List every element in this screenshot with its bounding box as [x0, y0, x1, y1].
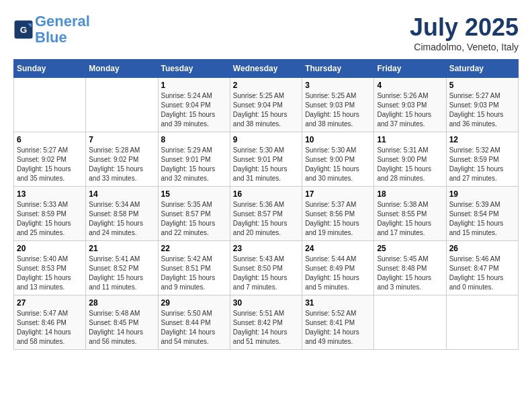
- calendar-cell: 23Sunrise: 5:43 AM Sunset: 8:50 PM Dayli…: [230, 241, 302, 295]
- day-number: 12: [449, 135, 515, 144]
- weekday-header-thursday: Thursday: [302, 60, 374, 78]
- day-info: Sunrise: 5:50 AM Sunset: 8:44 PM Dayligh…: [161, 309, 227, 347]
- day-info: Sunrise: 5:27 AM Sunset: 9:02 PM Dayligh…: [17, 146, 83, 183]
- calendar-cell: 21Sunrise: 5:41 AM Sunset: 8:52 PM Dayli…: [86, 241, 158, 295]
- calendar-cell: 5Sunrise: 5:27 AM Sunset: 9:03 PM Daylig…: [446, 78, 518, 132]
- day-info: Sunrise: 5:37 AM Sunset: 8:56 PM Dayligh…: [305, 200, 371, 238]
- day-info: Sunrise: 5:25 AM Sunset: 9:04 PM Dayligh…: [233, 91, 299, 129]
- day-info: Sunrise: 5:30 AM Sunset: 9:01 PM Dayligh…: [233, 146, 299, 183]
- day-info: Sunrise: 5:33 AM Sunset: 8:59 PM Dayligh…: [17, 200, 83, 238]
- day-info: Sunrise: 5:31 AM Sunset: 9:00 PM Dayligh…: [377, 146, 443, 183]
- calendar-cell: 28Sunrise: 5:48 AM Sunset: 8:45 PM Dayli…: [86, 295, 158, 350]
- day-number: 7: [89, 135, 154, 144]
- calendar-cell: [446, 295, 518, 350]
- svg-text:G: G: [20, 25, 28, 35]
- day-number: 21: [89, 244, 154, 253]
- weekday-header-friday: Friday: [374, 60, 446, 78]
- logo: G General Blue: [13, 13, 90, 46]
- header: G General Blue July 2025 Cimadolmo, Vene…: [13, 13, 519, 52]
- calendar-cell: 3Sunrise: 5:25 AM Sunset: 9:03 PM Daylig…: [302, 78, 374, 132]
- day-info: Sunrise: 5:27 AM Sunset: 9:03 PM Dayligh…: [449, 91, 515, 129]
- weekday-header-row: SundayMondayTuesdayWednesdayThursdayFrid…: [14, 60, 519, 78]
- calendar-table: SundayMondayTuesdayWednesdayThursdayFrid…: [13, 59, 519, 350]
- title-area: July 2025 Cimadolmo, Veneto, Italy: [410, 13, 519, 52]
- calendar-cell: 12Sunrise: 5:32 AM Sunset: 8:59 PM Dayli…: [446, 132, 518, 187]
- calendar-cell: [86, 78, 158, 132]
- day-number: 6: [17, 135, 83, 144]
- logo-line2: Blue: [35, 29, 67, 46]
- logo-text: General Blue: [35, 13, 90, 46]
- day-info: Sunrise: 5:39 AM Sunset: 8:54 PM Dayligh…: [449, 200, 515, 238]
- calendar-cell: 29Sunrise: 5:50 AM Sunset: 8:44 PM Dayli…: [158, 295, 230, 350]
- calendar-cell: 31Sunrise: 5:52 AM Sunset: 8:41 PM Dayli…: [302, 295, 374, 350]
- day-number: 3: [305, 81, 371, 90]
- subtitle: Cimadolmo, Veneto, Italy: [410, 42, 519, 52]
- calendar-cell: 20Sunrise: 5:40 AM Sunset: 8:53 PM Dayli…: [14, 241, 86, 295]
- calendar-cell: 9Sunrise: 5:30 AM Sunset: 9:01 PM Daylig…: [230, 132, 302, 187]
- day-info: Sunrise: 5:43 AM Sunset: 8:50 PM Dayligh…: [233, 255, 299, 292]
- calendar-cell: 16Sunrise: 5:36 AM Sunset: 8:57 PM Dayli…: [230, 187, 302, 241]
- weekday-header-saturday: Saturday: [446, 60, 518, 78]
- day-number: 27: [17, 298, 83, 308]
- day-number: 25: [377, 244, 443, 253]
- calendar-cell: 11Sunrise: 5:31 AM Sunset: 9:00 PM Dayli…: [374, 132, 446, 187]
- day-info: Sunrise: 5:48 AM Sunset: 8:45 PM Dayligh…: [89, 309, 154, 347]
- weekday-header-sunday: Sunday: [14, 60, 86, 78]
- day-number: 28: [89, 298, 154, 308]
- day-number: 15: [161, 189, 227, 199]
- day-number: 14: [89, 189, 154, 199]
- day-info: Sunrise: 5:35 AM Sunset: 8:57 PM Dayligh…: [161, 200, 227, 238]
- calendar-cell: [14, 78, 86, 132]
- day-number: 16: [233, 189, 299, 199]
- calendar-cell: 14Sunrise: 5:34 AM Sunset: 8:58 PM Dayli…: [86, 187, 158, 241]
- day-number: 13: [17, 189, 83, 199]
- calendar-cell: [374, 295, 446, 350]
- day-number: 26: [449, 244, 515, 253]
- calendar-cell: 4Sunrise: 5:26 AM Sunset: 9:03 PM Daylig…: [374, 78, 446, 132]
- week-row-0: 1Sunrise: 5:24 AM Sunset: 9:04 PM Daylig…: [14, 78, 519, 132]
- week-row-2: 13Sunrise: 5:33 AM Sunset: 8:59 PM Dayli…: [14, 187, 519, 241]
- day-info: Sunrise: 5:46 AM Sunset: 8:47 PM Dayligh…: [449, 255, 515, 292]
- calendar-cell: 7Sunrise: 5:28 AM Sunset: 9:02 PM Daylig…: [86, 132, 158, 187]
- weekday-header-monday: Monday: [86, 60, 158, 78]
- month-title: July 2025: [410, 13, 519, 42]
- weekday-header-tuesday: Tuesday: [158, 60, 230, 78]
- day-info: Sunrise: 5:34 AM Sunset: 8:58 PM Dayligh…: [89, 200, 154, 238]
- day-info: Sunrise: 5:32 AM Sunset: 8:59 PM Dayligh…: [449, 146, 515, 183]
- day-info: Sunrise: 5:28 AM Sunset: 9:02 PM Dayligh…: [89, 146, 154, 183]
- day-number: 29: [161, 298, 227, 308]
- calendar-cell: 2Sunrise: 5:25 AM Sunset: 9:04 PM Daylig…: [230, 78, 302, 132]
- calendar-cell: 24Sunrise: 5:44 AM Sunset: 8:49 PM Dayli…: [302, 241, 374, 295]
- week-row-4: 27Sunrise: 5:47 AM Sunset: 8:46 PM Dayli…: [14, 295, 519, 350]
- day-info: Sunrise: 5:29 AM Sunset: 9:01 PM Dayligh…: [161, 146, 227, 183]
- day-number: 17: [305, 189, 371, 199]
- calendar-cell: 27Sunrise: 5:47 AM Sunset: 8:46 PM Dayli…: [14, 295, 86, 350]
- day-number: 30: [233, 298, 299, 308]
- weekday-header-wednesday: Wednesday: [230, 60, 302, 78]
- day-number: 11: [377, 135, 443, 144]
- day-info: Sunrise: 5:44 AM Sunset: 8:49 PM Dayligh…: [305, 255, 371, 292]
- calendar-cell: 26Sunrise: 5:46 AM Sunset: 8:47 PM Dayli…: [446, 241, 518, 295]
- day-info: Sunrise: 5:42 AM Sunset: 8:51 PM Dayligh…: [161, 255, 227, 292]
- day-info: Sunrise: 5:47 AM Sunset: 8:46 PM Dayligh…: [17, 309, 83, 347]
- calendar-cell: 8Sunrise: 5:29 AM Sunset: 9:01 PM Daylig…: [158, 132, 230, 187]
- day-number: 5: [449, 81, 515, 90]
- day-info: Sunrise: 5:51 AM Sunset: 8:42 PM Dayligh…: [233, 309, 299, 347]
- calendar-cell: 18Sunrise: 5:38 AM Sunset: 8:55 PM Dayli…: [374, 187, 446, 241]
- calendar-cell: 22Sunrise: 5:42 AM Sunset: 8:51 PM Dayli…: [158, 241, 230, 295]
- day-number: 4: [377, 81, 443, 90]
- calendar-cell: 25Sunrise: 5:45 AM Sunset: 8:48 PM Dayli…: [374, 241, 446, 295]
- week-row-1: 6Sunrise: 5:27 AM Sunset: 9:02 PM Daylig…: [14, 132, 519, 187]
- day-number: 24: [305, 244, 371, 253]
- day-number: 8: [161, 135, 227, 144]
- day-number: 19: [449, 189, 515, 199]
- day-number: 31: [305, 298, 371, 308]
- week-row-3: 20Sunrise: 5:40 AM Sunset: 8:53 PM Dayli…: [14, 241, 519, 295]
- day-info: Sunrise: 5:36 AM Sunset: 8:57 PM Dayligh…: [233, 200, 299, 238]
- day-info: Sunrise: 5:26 AM Sunset: 9:03 PM Dayligh…: [377, 91, 443, 129]
- calendar-cell: 6Sunrise: 5:27 AM Sunset: 9:02 PM Daylig…: [14, 132, 86, 187]
- calendar-cell: 17Sunrise: 5:37 AM Sunset: 8:56 PM Dayli…: [302, 187, 374, 241]
- day-number: 23: [233, 244, 299, 253]
- day-number: 9: [233, 135, 299, 144]
- day-info: Sunrise: 5:52 AM Sunset: 8:41 PM Dayligh…: [305, 309, 371, 347]
